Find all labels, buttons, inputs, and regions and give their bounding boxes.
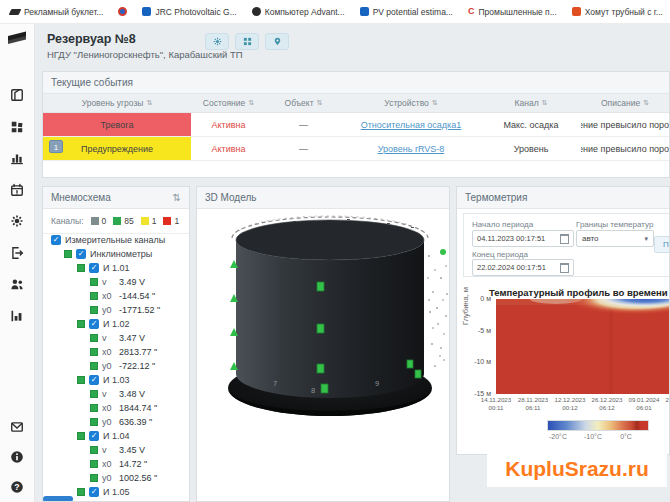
horizontal-scrollbar-thumb[interactable]: [43, 496, 73, 502]
legend-color-icon: [113, 217, 121, 225]
tree-item[interactable]: x01844.74 ": [43, 401, 190, 415]
column-header[interactable]: Объект⇅: [266, 94, 341, 112]
calendar-icon[interactable]: [560, 234, 569, 244]
events-table-header: Уровень угрозы⇅Состояние⇅Объект⇅Устройст…: [43, 94, 669, 113]
info-icon[interactable]: [10, 450, 24, 464]
tree-item-key: x0: [102, 459, 115, 469]
mnemo-panel: Мнемосхема ⇅ Каналы: 08511 ✓Измерительны…: [42, 186, 190, 502]
tree-item[interactable]: x02813.77 ": [43, 345, 190, 359]
thermometry-title: Термометрия: [465, 187, 527, 208]
device-cell: Относительная осадка1: [341, 113, 481, 136]
checkbox[interactable]: ✓: [51, 235, 61, 245]
tree-item-value: -144.54 ": [119, 291, 155, 301]
header-pin-button[interactable]: [265, 33, 289, 50]
end-period-input[interactable]: 22.02.2024 00:17:51: [472, 259, 574, 276]
description-cell: Значение превысило пороговое: [581, 113, 669, 136]
device-link[interactable]: Относительная осадка1: [361, 120, 462, 130]
tree-item[interactable]: v3.47 V: [43, 331, 190, 345]
tree-item[interactable]: y01002.56 ": [43, 471, 190, 485]
pin-icon: [273, 34, 282, 49]
column-header[interactable]: Канал⇅: [481, 94, 581, 112]
tree-item[interactable]: ✓И 1.01: [43, 261, 190, 275]
tree-item[interactable]: x0-144.54 ": [43, 289, 190, 303]
temp-bounds-label: Границы температур: [576, 220, 653, 229]
sort-icon: ⇅: [643, 99, 649, 107]
temp-bounds-select[interactable]: авто ▾: [576, 230, 654, 247]
calendar-icon[interactable]: [10, 183, 24, 197]
column-header[interactable]: Описание⇅: [581, 94, 669, 112]
header-grid-button[interactable]: [235, 33, 259, 50]
tree-item[interactable]: y0-1771.52 ": [43, 303, 190, 317]
logout-icon[interactable]: [10, 246, 24, 260]
bookmark-label: Хомут трубный с г...: [585, 7, 663, 17]
tree-item[interactable]: y0636.39 ": [43, 415, 190, 429]
x-tick-date: 26.12.2023: [587, 396, 627, 404]
tree-item-value: 14.72 ": [119, 459, 147, 469]
column-header-label: Описание: [601, 98, 640, 108]
homut-favicon: [572, 7, 581, 16]
tree-item[interactable]: ✓И 1.04: [43, 429, 190, 443]
chart-title: Температурный профиль во времени: [489, 287, 670, 298]
checkbox[interactable]: ✓: [76, 249, 86, 259]
tank-3d-view[interactable]: 7 8 9: [197, 208, 450, 502]
tree-item[interactable]: ✓Инклинометры: [43, 247, 190, 261]
status-led-icon: [64, 250, 72, 258]
tree-item-value: 636.39 ": [119, 417, 152, 427]
bar-chart-icon[interactable]: [10, 151, 24, 165]
tree-item[interactable]: ✓Измерительные каналы: [43, 233, 190, 247]
tree-item[interactable]: v3.49 V: [43, 275, 190, 289]
channel-legend-chip: 1: [141, 216, 157, 226]
bookmark-item[interactable]: [118, 7, 127, 16]
checkbox[interactable]: ✓: [89, 375, 99, 385]
dashboard-icon[interactable]: [10, 120, 24, 134]
bookmark-item[interactable]: JRC Photovoltaic G...: [142, 7, 236, 17]
bookmark-item[interactable]: Хомут трубный с г...: [572, 7, 663, 17]
checkbox[interactable]: ✓: [89, 319, 99, 329]
column-header[interactable]: Устройство⇅: [341, 94, 481, 112]
report-icon[interactable]: [10, 309, 24, 323]
column-header-label: Уровень угрозы: [82, 98, 144, 108]
filter-sort-icon[interactable]: ⇅: [173, 187, 181, 208]
status-led-icon: [77, 376, 85, 384]
checkbox[interactable]: ✓: [89, 487, 99, 497]
temp-bounds-value: авто: [582, 234, 599, 243]
pagination-page-button[interactable]: 1: [49, 140, 63, 153]
app-logo-icon[interactable]: [5, 30, 29, 50]
chevron-down-icon: ▾: [644, 235, 648, 243]
calendar-icon[interactable]: [560, 263, 569, 273]
bookmark-item[interactable]: PV potential estima...: [360, 7, 453, 17]
tree-item-value: 1002.56 ": [119, 473, 157, 483]
tree-item[interactable]: y0-722.12 ": [43, 359, 190, 373]
tree-item[interactable]: x014.72 ": [43, 457, 190, 471]
checkbox[interactable]: ✓: [89, 431, 99, 441]
c-letter-favicon: C: [468, 7, 475, 16]
x-tick-time: 03:01: [661, 404, 670, 412]
colorbar-label: -20°C: [543, 433, 573, 440]
help-icon[interactable]: ?: [10, 480, 24, 494]
bookmark-label: PV potential estima...: [373, 7, 453, 17]
checkbox[interactable]: ✓: [89, 263, 99, 273]
device-link[interactable]: Уровень rRVS-8: [378, 144, 445, 154]
column-header[interactable]: Уровень угрозы⇅: [43, 94, 191, 112]
users-icon[interactable]: [10, 277, 24, 291]
tree-item-key: y0: [102, 473, 115, 483]
bookmarks-bar: Рекламный буклет...JRC Photovoltaic G...…: [0, 0, 670, 24]
bookmark-item[interactable]: Компьютер Advant...: [252, 7, 345, 17]
bookmark-item[interactable]: CПромышленные п...: [468, 7, 557, 17]
column-header-label: Состояние: [203, 98, 245, 108]
x-tick-date: 09.01.2024: [624, 396, 664, 404]
map-icon[interactable]: [10, 88, 24, 102]
tree-item[interactable]: ✓И 1.02: [43, 317, 190, 331]
tree-item[interactable]: v3.48 V: [43, 387, 190, 401]
tree-item[interactable]: v3.45 V: [43, 443, 190, 457]
gear-icon[interactable]: [10, 214, 24, 228]
start-period-input[interactable]: 04.11.2023 00:17:51: [472, 230, 574, 247]
bookmark-item[interactable]: Рекламный буклет...: [10, 7, 103, 17]
mail-icon[interactable]: [10, 420, 24, 434]
table-row: Тревога Активна — Относительная осадка1 …: [43, 113, 669, 137]
column-header[interactable]: Состояние⇅: [191, 94, 266, 112]
tree-item[interactable]: ✓И 1.03: [43, 373, 190, 387]
show-button[interactable]: Показать: [654, 236, 670, 253]
tree-item-value: 3.47 V: [119, 333, 145, 343]
header-gear-button[interactable]: [205, 33, 229, 50]
